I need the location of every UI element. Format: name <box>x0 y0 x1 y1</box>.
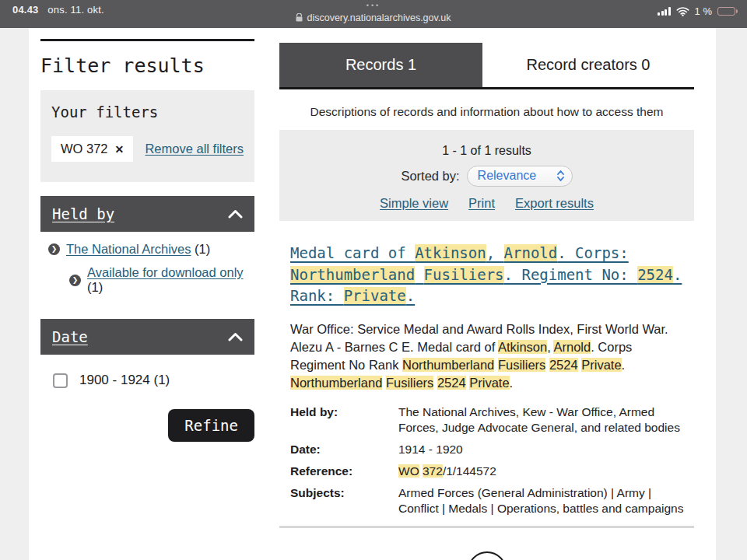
cellular-signal-icon <box>658 7 671 16</box>
chevron-up-icon <box>228 209 243 219</box>
detail-row-reference: Reference: WO 372/1/144572 <box>290 464 694 479</box>
held-by-facet-list: ❯ The National Archives (1) ❯ Available … <box>40 232 254 305</box>
results-count: 1 - 1 of 1 results <box>279 144 694 158</box>
detail-value: Armed Forces (General Administration) | … <box>398 485 693 516</box>
date-filter-option: 1900 - 1924 (1) <box>53 373 254 388</box>
chevron-up-icon <box>228 332 243 341</box>
filter-chip-label: WO 372 <box>61 142 108 156</box>
tab-record-creators[interactable]: Record creators 0 <box>482 43 694 87</box>
simple-view-link[interactable]: Simple view <box>380 196 448 211</box>
wifi-icon <box>676 7 689 16</box>
facet-item-available-download: ❯ Available for download only (1) <box>69 265 254 295</box>
page-number-button[interactable]: 1 <box>468 551 507 560</box>
sort-select-value: Relevance <box>478 169 537 183</box>
facet-count: (1) <box>87 280 103 294</box>
facet-item-national-archives: ❯ The National Archives (1) <box>48 242 254 257</box>
detail-label: Subjects: <box>290 485 398 516</box>
filter-sidebar: Filter results Your filters WO 372 ✕ Rem… <box>40 28 254 442</box>
your-filters-panel: Your filters WO 372 ✕ Remove all filters <box>40 90 254 182</box>
sort-select[interactable]: Relevance <box>467 166 573 187</box>
battery-icon <box>717 7 738 16</box>
detail-row-subjects: Subjects: Armed Forces (General Administ… <box>290 485 694 516</box>
screen: 04.43 ons. 11. okt. ••• discovery.nation… <box>0 0 747 560</box>
chevron-right-circle-icon: ❯ <box>48 243 60 255</box>
national-archives-link[interactable]: The National Archives <box>66 242 191 256</box>
detail-label: Reference: <box>290 464 398 479</box>
date-range-checkbox[interactable] <box>53 373 68 388</box>
date-label: Date <box>52 328 88 345</box>
date-section-header[interactable]: Date <box>40 319 254 355</box>
url-text: discovery.nationalarchives.gov.uk <box>307 12 451 24</box>
detail-row-date: Date: 1914 - 1920 <box>290 442 694 457</box>
your-filters-title: Your filters <box>51 103 244 121</box>
sorted-by-label: Sorted by: <box>401 169 459 184</box>
page-edge-right <box>716 28 747 560</box>
results-toolbar: 1 - 1 of 1 results Sorted by: Relevance … <box>279 130 694 221</box>
url-bar[interactable]: discovery.nationalarchives.gov.uk <box>296 12 451 24</box>
battery-percent: 1 % <box>695 5 712 17</box>
filter-results-title: Filter results <box>40 54 254 77</box>
detail-value: WO 372/1/144572 <box>398 464 693 479</box>
pagination: 1 <box>279 551 694 560</box>
available-download-link[interactable]: Available for download only <box>87 265 244 279</box>
detail-row-held-by: Held by: The National Archives, Kew - Wa… <box>290 404 694 436</box>
select-arrows-icon <box>556 170 565 182</box>
export-results-link[interactable]: Export results <box>515 196 594 211</box>
results-main: Records 1 Record creators 0 Descriptions… <box>279 28 694 560</box>
result-description: War Office: Service Medal and Award Roll… <box>290 320 682 392</box>
window-controls-dots[interactable]: ••• <box>0 0 747 11</box>
detail-label: Date: <box>290 442 398 457</box>
results-tabs: Records 1 Record creators 0 <box>279 43 694 89</box>
sidebar-top-rule <box>40 39 254 41</box>
remove-all-filters-link[interactable]: Remove all filters <box>145 142 244 156</box>
tab-records[interactable]: Records 1 <box>279 43 482 87</box>
detail-label: Held by: <box>290 404 398 436</box>
result-title: Medal card of Atkinson, Arnold. Corps: N… <box>290 243 689 307</box>
result-details: Held by: The National Archives, Kew - Wa… <box>290 404 694 516</box>
page-edge-left <box>0 28 29 560</box>
held-by-label: Held by <box>52 205 114 222</box>
filter-chip: WO 372 ✕ <box>51 136 133 162</box>
detail-value: The National Archives, Kew - War Office,… <box>398 404 693 436</box>
status-bar: 04.43 ons. 11. okt. ••• discovery.nation… <box>0 0 747 28</box>
records-tagline: Descriptions of records and information … <box>279 105 694 119</box>
remove-filter-icon[interactable]: ✕ <box>115 143 124 156</box>
held-by-section-header[interactable]: Held by <box>40 196 254 232</box>
print-link[interactable]: Print <box>468 196 495 211</box>
detail-value: 1914 - 1920 <box>398 442 693 457</box>
date-range-label: 1900 - 1924 (1) <box>79 373 170 388</box>
chevron-right-circle-icon: ❯ <box>69 275 81 286</box>
refine-button[interactable]: Refine <box>168 409 254 442</box>
lock-icon <box>296 13 303 22</box>
result-title-link[interactable]: Medal card of Atkinson, Arnold. Corps: N… <box>290 244 682 304</box>
facet-count: (1) <box>195 242 210 256</box>
results-divider <box>279 526 694 528</box>
